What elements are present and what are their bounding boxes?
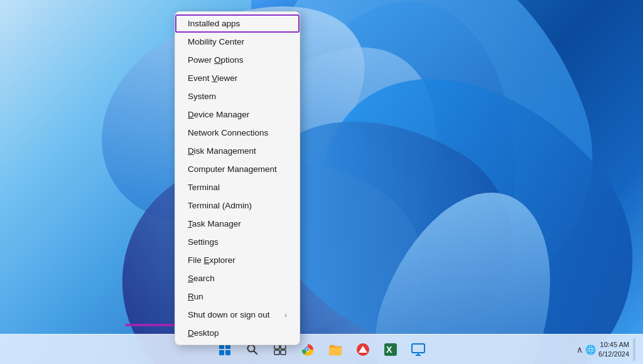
show-desktop-button[interactable] (633, 338, 635, 361)
taskview-icon (274, 344, 286, 355)
menu-item-search[interactable]: Search (175, 269, 300, 287)
menu-item-computer-management[interactable]: Computer Management (175, 160, 300, 178)
clock[interactable]: 10:45 AM 6/12/2024 (598, 340, 629, 358)
menu-item-mobility-center[interactable]: Mobility Center (175, 33, 300, 51)
menu-item-event-viewer[interactable]: Event Viewer (175, 69, 300, 87)
menu-item-terminal-admin[interactable]: Terminal (Admin) (175, 196, 300, 215)
menu-item-disk-management[interactable]: Disk Management (175, 142, 300, 160)
svg-rect-5 (281, 350, 286, 355)
remote-desktop-icon (411, 343, 425, 356)
svg-rect-10 (329, 348, 342, 355)
menu-item-system[interactable]: System (175, 87, 300, 105)
menu-item-desktop[interactable]: Desktop (175, 324, 300, 342)
menu-item-network-connections[interactable]: Network Connections (175, 124, 300, 142)
network-icon[interactable]: 🌐 (585, 345, 596, 355)
menu-item-task-manager[interactable]: Task Manager (175, 215, 300, 233)
excel-icon: X (384, 343, 397, 356)
mail-button[interactable] (350, 337, 376, 362)
file-explorer-button[interactable] (323, 337, 348, 362)
windows-logo-icon (219, 344, 230, 355)
svg-text:X: X (386, 345, 392, 355)
menu-item-terminal[interactable]: Terminal (175, 178, 300, 196)
chevron-up-icon[interactable]: ∧ (576, 345, 583, 355)
mail-icon (356, 343, 370, 356)
desktop-background (0, 0, 643, 364)
svg-line-1 (254, 351, 257, 354)
remote-desktop-button[interactable] (406, 337, 431, 362)
svg-rect-15 (412, 344, 424, 353)
excel-button[interactable]: X (378, 337, 403, 362)
menu-item-power-options[interactable]: Power Options (175, 51, 300, 69)
menu-item-device-manager[interactable]: Device Manager (175, 105, 300, 124)
menu-item-file-explorer[interactable]: File Explorer (175, 251, 300, 269)
context-menu: Installed apps Mobility Center Power Opt… (175, 11, 300, 345)
date-display: 6/12/2024 (598, 350, 629, 358)
menu-item-settings[interactable]: Settings (175, 233, 300, 251)
menu-item-run[interactable]: Run (175, 287, 300, 306)
file-explorer-icon (328, 343, 342, 356)
system-tray: ∧ 🌐 10:45 AM 6/12/2024 (576, 338, 635, 361)
taskbar: X ∧ 🌐 10:45 AM 6/12/2024 (0, 334, 643, 364)
tray-icons[interactable]: ∧ 🌐 (576, 345, 596, 355)
submenu-arrow-icon: › (284, 311, 287, 319)
menu-item-shut-down[interactable]: Shut down or sign out › (175, 306, 300, 324)
svg-rect-4 (274, 350, 279, 355)
svg-point-9 (306, 348, 309, 351)
menu-item-installed-apps[interactable]: Installed apps (175, 14, 300, 33)
time-display: 10:45 AM (598, 340, 629, 349)
chrome-icon (301, 343, 315, 356)
